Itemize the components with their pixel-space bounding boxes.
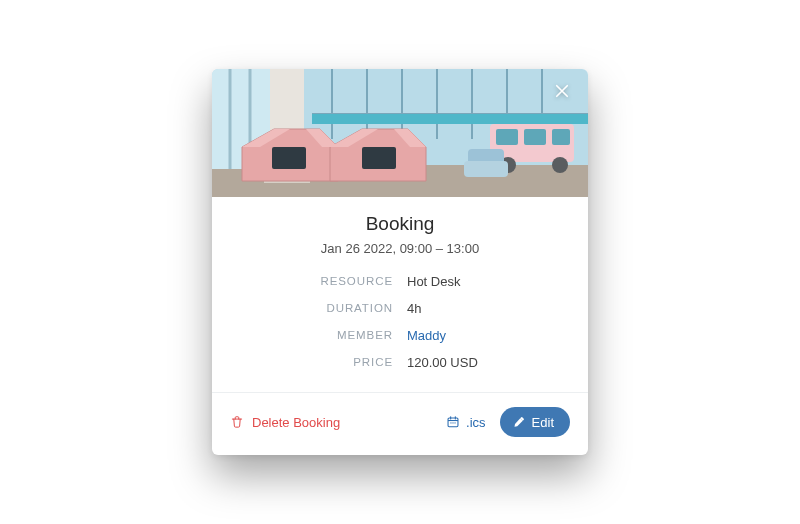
svg-point-38 (454, 422, 455, 423)
svg-rect-19 (552, 129, 570, 145)
export-ics-button[interactable]: .ics (446, 415, 486, 430)
duration-value: 4h (407, 301, 556, 316)
modal-footer: Delete Booking .ics (212, 392, 588, 455)
close-icon (553, 82, 571, 100)
svg-point-21 (552, 157, 568, 173)
booking-hero-image (212, 69, 588, 197)
edit-button-label: Edit (532, 415, 554, 430)
booking-datetime: Jan 26 2022, 09:00 – 13:00 (236, 241, 564, 256)
member-link[interactable]: Maddy (407, 328, 556, 343)
svg-point-37 (452, 422, 453, 423)
booking-details: RESOURCE Hot Desk DURATION 4h MEMBER Mad… (236, 274, 564, 370)
footer-right-actions: .ics Edit (446, 407, 570, 437)
booking-modal: Booking Jan 26 2022, 09:00 – 13:00 RESOU… (212, 69, 588, 455)
delete-booking-label: Delete Booking (252, 415, 340, 430)
pencil-icon (513, 416, 525, 428)
svg-rect-27 (362, 147, 396, 169)
modal-title: Booking (236, 213, 564, 235)
edit-button[interactable]: Edit (500, 407, 570, 437)
delete-booking-button[interactable]: Delete Booking (230, 415, 340, 430)
svg-rect-18 (524, 129, 546, 145)
price-value: 120.00 USD (407, 355, 556, 370)
svg-point-36 (450, 422, 451, 423)
trash-icon (230, 415, 244, 429)
svg-rect-26 (272, 147, 306, 169)
booking-body: Booking Jan 26 2022, 09:00 – 13:00 RESOU… (212, 197, 588, 392)
member-label: MEMBER (244, 328, 393, 343)
duration-label: DURATION (244, 301, 393, 316)
resource-label: RESOURCE (244, 274, 393, 289)
svg-rect-23 (464, 161, 508, 177)
svg-rect-17 (496, 129, 518, 145)
svg-rect-9 (312, 114, 588, 124)
calendar-icon (446, 415, 460, 429)
price-label: PRICE (244, 355, 393, 370)
export-ics-label: .ics (466, 415, 486, 430)
resource-value: Hot Desk (407, 274, 556, 289)
close-button[interactable] (550, 79, 574, 103)
